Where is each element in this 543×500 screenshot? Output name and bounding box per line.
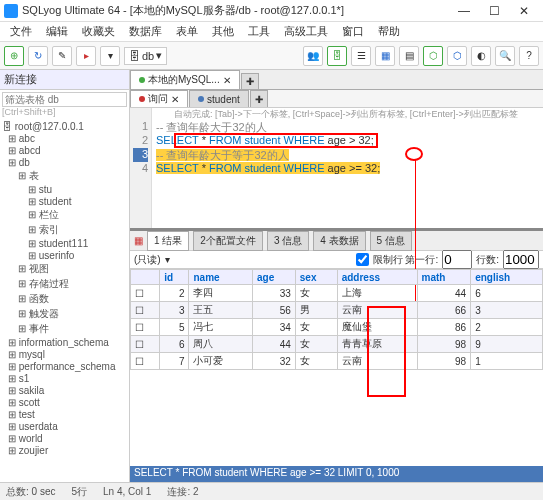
menu-table[interactable]: 表单	[170, 22, 204, 41]
tree-item[interactable]: ⊞ student	[2, 196, 127, 208]
table-tab[interactable]: student	[189, 90, 249, 107]
cell[interactable]: 男	[295, 302, 337, 319]
tree-item[interactable]: ⊞ scott	[2, 397, 127, 409]
tree-item[interactable]: ⊞ world	[2, 433, 127, 445]
cell[interactable]: 小可爱	[189, 353, 253, 370]
cell[interactable]: 6	[471, 285, 543, 302]
result-tab[interactable]: 2个配置文件	[193, 231, 263, 251]
tool-icon[interactable]: 🔍	[495, 46, 515, 66]
tool-icon[interactable]: ⬡	[423, 46, 443, 66]
col-header[interactable]: math	[417, 270, 471, 285]
cell[interactable]: ☐	[131, 302, 160, 319]
tree-item[interactable]: ⊞ userdata	[2, 421, 127, 433]
tree-item[interactable]: ⊞ abc	[2, 133, 127, 145]
tree-item[interactable]: ⊞ stu	[2, 184, 127, 196]
tree-item[interactable]: ⊞ 视图	[2, 262, 127, 277]
main-tab[interactable]: 本地的MySQL... ✕	[130, 70, 240, 89]
cell[interactable]: 云南	[337, 302, 417, 319]
cell[interactable]: 3	[471, 302, 543, 319]
cell[interactable]: 66	[417, 302, 471, 319]
cell[interactable]: 周八	[189, 336, 253, 353]
tree-item[interactable]: ⊞ zoujier	[2, 445, 127, 457]
cell[interactable]: ☐	[131, 285, 160, 302]
cell[interactable]: 女	[295, 353, 337, 370]
tool-icon[interactable]: ▾	[100, 46, 120, 66]
result-tab[interactable]: 4 表数据	[313, 231, 365, 251]
col-header[interactable]: name	[189, 270, 253, 285]
cell[interactable]: 2	[471, 319, 543, 336]
cell[interactable]: 3	[160, 302, 189, 319]
first-row-input[interactable]	[442, 250, 472, 269]
result-tab[interactable]: 3 信息	[267, 231, 309, 251]
menu-other[interactable]: 其他	[206, 22, 240, 41]
add-tab[interactable]: ✚	[241, 73, 259, 89]
cell[interactable]: 上海	[337, 285, 417, 302]
tree-item[interactable]: ⊞ student111	[2, 238, 127, 250]
menu-edit[interactable]: 编辑	[40, 22, 74, 41]
tree-item[interactable]: ⊞ s1	[2, 373, 127, 385]
cell[interactable]: 44	[253, 336, 296, 353]
cell[interactable]: 青青草原	[337, 336, 417, 353]
tree-item[interactable]: ⊞ mysql	[2, 349, 127, 361]
tree-item[interactable]: ⊞ 索引	[2, 223, 127, 238]
cell[interactable]: ☐	[131, 336, 160, 353]
tree-item[interactable]: ⊞ 函数	[2, 292, 127, 307]
cell[interactable]: 云南	[337, 353, 417, 370]
minimize-button[interactable]: —	[449, 0, 479, 22]
cell[interactable]: 98	[417, 353, 471, 370]
cell[interactable]: 7	[160, 353, 189, 370]
cell[interactable]: 9	[471, 336, 543, 353]
tool-icon[interactable]: 🗄	[327, 46, 347, 66]
col-header[interactable]: english	[471, 270, 543, 285]
col-header[interactable]: sex	[295, 270, 337, 285]
cell[interactable]: 86	[417, 319, 471, 336]
cell[interactable]: 1	[471, 353, 543, 370]
refresh-icon[interactable]: ↻	[28, 46, 48, 66]
cell[interactable]: 女	[295, 285, 337, 302]
cell[interactable]: 33	[253, 285, 296, 302]
tree[interactable]: 🗄 root@127.0.0.1 ⊞ abc⊞ abcd⊞ db⊞ 表⊞ stu…	[0, 119, 129, 482]
col-header[interactable]: address	[337, 270, 417, 285]
sql-editor[interactable]: 1234 自动完成: [Tab]->下一个标签, [Ctrl+Space]->列…	[130, 108, 543, 228]
filter-input[interactable]	[2, 92, 127, 107]
tool-icon[interactable]: ☰	[351, 46, 371, 66]
tree-item[interactable]: ⊞ test	[2, 409, 127, 421]
menu-tools[interactable]: 工具	[242, 22, 276, 41]
cell[interactable]: 56	[253, 302, 296, 319]
tree-item[interactable]: ⊞ 存储过程	[2, 277, 127, 292]
query-tab[interactable]: 询问 ✕	[130, 90, 188, 107]
maximize-button[interactable]: ☐	[479, 0, 509, 22]
menu-help[interactable]: 帮助	[372, 22, 406, 41]
col-header[interactable]: id	[160, 270, 189, 285]
cell[interactable]: 王五	[189, 302, 253, 319]
menu-file[interactable]: 文件	[4, 22, 38, 41]
cell[interactable]: 98	[417, 336, 471, 353]
cell[interactable]: 6	[160, 336, 189, 353]
cell[interactable]: 女	[295, 319, 337, 336]
cell[interactable]: 冯七	[189, 319, 253, 336]
close-button[interactable]: ✕	[509, 0, 539, 22]
menu-adv[interactable]: 高级工具	[278, 22, 334, 41]
new-conn-icon[interactable]: ⊕	[4, 46, 24, 66]
db-selector[interactable]: 🗄 db ▾	[124, 47, 167, 65]
result-tab[interactable]: 1 结果	[147, 231, 189, 251]
cell[interactable]: 2	[160, 285, 189, 302]
tree-item[interactable]: ⊞ 栏位	[2, 208, 127, 223]
tool-icon[interactable]: 👥	[303, 46, 323, 66]
cell[interactable]: 44	[417, 285, 471, 302]
cell[interactable]: 魔仙堡	[337, 319, 417, 336]
menu-fav[interactable]: 收藏夹	[76, 22, 121, 41]
tree-item[interactable]: ⊞ 触发器	[2, 307, 127, 322]
cell[interactable]: ☐	[131, 353, 160, 370]
cell[interactable]: 女	[295, 336, 337, 353]
cell[interactable]: 34	[253, 319, 296, 336]
tool-icon[interactable]: ▤	[399, 46, 419, 66]
tree-item[interactable]: ⊞ information_schema	[2, 337, 127, 349]
menu-db[interactable]: 数据库	[123, 22, 168, 41]
tool-icon[interactable]: ▦	[375, 46, 395, 66]
tree-item[interactable]: ⊞ 表	[2, 169, 127, 184]
tree-root[interactable]: 🗄 root@127.0.0.1	[2, 121, 127, 133]
tree-item[interactable]: ⊞ db	[2, 157, 127, 169]
tree-item[interactable]: ⊞ performance_schema	[2, 361, 127, 373]
tool-icon[interactable]: ✎	[52, 46, 72, 66]
